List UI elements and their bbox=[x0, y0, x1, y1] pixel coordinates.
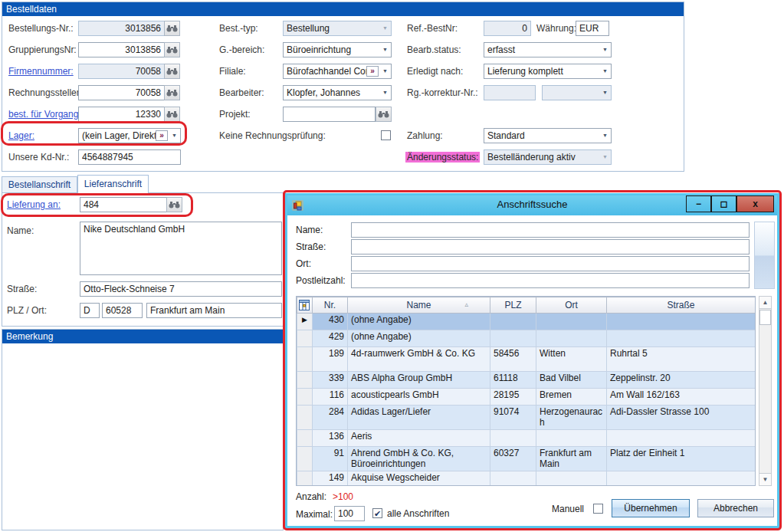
close-button[interactable]: x bbox=[736, 195, 774, 212]
chevron-down-icon[interactable]: ▼ bbox=[599, 86, 611, 100]
filter-ort-input[interactable] bbox=[351, 256, 750, 271]
table-row[interactable]: ▶ 430 (ohne Angabe) bbox=[297, 314, 756, 330]
tab-lieferanschrift[interactable]: Lieferanschrift bbox=[77, 175, 149, 193]
unsere-kd-nr-input[interactable] bbox=[78, 149, 181, 165]
filter-search-button[interactable] bbox=[754, 222, 775, 289]
dialog-titlebar[interactable]: Anschriftssuche − ◻ x bbox=[287, 195, 777, 215]
address-plz-input[interactable] bbox=[102, 303, 143, 318]
lieferung-an-search-button[interactable] bbox=[166, 197, 182, 212]
cell-plz: 58456 bbox=[490, 347, 536, 372]
scroll-down-icon[interactable]: ▼ bbox=[759, 473, 771, 485]
lieferung-an-link[interactable]: Lieferung an: bbox=[7, 197, 61, 212]
aenderungsstatus-combobox[interactable]: Bestelländerung aktiv ▼ bbox=[484, 149, 612, 165]
grid-scrollbar[interactable]: ▲ ▼ bbox=[759, 296, 772, 486]
chevron-down-icon[interactable]: ▼ bbox=[599, 43, 611, 57]
grid-customize-icon[interactable] bbox=[297, 297, 313, 314]
erledigt-nach-combobox[interactable]: Lieferung komplett ▼ bbox=[484, 64, 612, 79]
address-country-input[interactable] bbox=[80, 303, 100, 318]
cell-strasse bbox=[607, 430, 756, 447]
uebernehmen-button[interactable]: Übernehmen bbox=[612, 499, 690, 517]
bestellungs-nr-field: 3013856 bbox=[78, 21, 165, 36]
table-row[interactable]: 189 4d-raumwerk GmbH & Co. KG 58456 Witt… bbox=[297, 347, 756, 372]
chevron-down-icon[interactable]: ▼ bbox=[379, 86, 391, 100]
manuell-checkbox[interactable] bbox=[593, 504, 603, 514]
best-fuer-vorgang-search-button[interactable] bbox=[164, 107, 180, 122]
column-header-strasse[interactable]: Straße bbox=[607, 297, 756, 314]
best-typ-combobox[interactable]: Bestellung ▼ bbox=[283, 21, 392, 36]
chevron-down-icon[interactable]: ▼ bbox=[169, 129, 180, 143]
g-bereich-combobox[interactable]: Büroeinrichtung ▼ bbox=[283, 42, 392, 57]
table-row[interactable]: 284 Adidas Lager/Liefer 91074 Herzogenau… bbox=[297, 406, 756, 430]
bemerkung-body[interactable] bbox=[2, 343, 283, 530]
cell-plz: 91074 bbox=[490, 406, 536, 430]
cell-strasse: Zeppelinstr. 20 bbox=[607, 372, 756, 389]
bestellungs-nr-search-button[interactable] bbox=[164, 21, 180, 36]
nav-more-icon[interactable]: » bbox=[366, 66, 379, 77]
firmennummer-search-button[interactable] bbox=[164, 64, 180, 79]
table-row[interactable]: 136 Aeris bbox=[297, 430, 756, 447]
chevron-down-icon[interactable]: ▼ bbox=[379, 43, 391, 57]
address-name-textarea[interactable] bbox=[80, 222, 282, 275]
alle-anschriften-checkbox[interactable]: ✔ bbox=[372, 508, 382, 518]
tab-bestellanschrift[interactable]: Bestellanschrift bbox=[2, 176, 77, 193]
lager-link[interactable]: Lager: bbox=[8, 128, 34, 143]
scroll-up-icon[interactable]: ▲ bbox=[759, 297, 771, 309]
cell-ort: Herzogenaurach bbox=[536, 406, 607, 430]
filter-strasse-input[interactable] bbox=[351, 239, 750, 255]
address-grid: Nr. Name▵ PLZ Ort Straße ▶ 430 (ohne Ang… bbox=[296, 296, 756, 486]
cell-ort: Bremen bbox=[536, 389, 607, 406]
abbrechen-button[interactable]: Abbrechen bbox=[697, 499, 774, 517]
cell-plz bbox=[490, 430, 536, 447]
table-row[interactable]: 116 acousticpearls GmbH 28195 Bremen Am … bbox=[297, 389, 756, 406]
chevron-down-icon[interactable]: ▼ bbox=[599, 64, 611, 78]
table-row[interactable]: 339 ABS Alpha Group GmbH 61118 Bad Vilbe… bbox=[297, 372, 756, 389]
address-strasse-input[interactable] bbox=[80, 281, 282, 297]
column-header-ort[interactable]: Ort bbox=[536, 297, 607, 314]
minimize-button[interactable]: − bbox=[686, 195, 711, 212]
column-header-nr[interactable]: Nr. bbox=[313, 297, 348, 314]
maximal-input[interactable] bbox=[334, 506, 365, 521]
gruppierungs-nr-search-button[interactable] bbox=[164, 42, 180, 57]
lieferung-an-input[interactable] bbox=[80, 197, 167, 212]
zahlung-label: Zahlung: bbox=[407, 128, 443, 143]
zahlung-combobox[interactable]: Standard ▼ bbox=[484, 128, 612, 143]
table-row[interactable]: 429 (ohne Angabe) bbox=[297, 330, 756, 347]
cell-ort: Frankfurt am Main bbox=[536, 447, 607, 471]
projekt-search-button[interactable] bbox=[376, 107, 392, 122]
bearb-status-combobox[interactable]: erfasst ▼ bbox=[484, 42, 612, 57]
scrollbar-thumb[interactable] bbox=[759, 310, 771, 325]
cell-strasse: Platz der Einheit 1 bbox=[607, 447, 756, 471]
zahlung-value: Standard bbox=[484, 129, 599, 143]
nav-more-icon[interactable]: » bbox=[156, 130, 168, 141]
filter-name-input[interactable] bbox=[351, 222, 750, 238]
keine-rechnungspruefung-checkbox[interactable] bbox=[381, 130, 391, 140]
gruppierungs-nr-label: GruppierungsNr: bbox=[8, 42, 77, 57]
address-ort-input[interactable] bbox=[146, 303, 282, 318]
maximal-label: Maximal: bbox=[296, 507, 333, 522]
erledigt-nach-value: Lieferung komplett bbox=[484, 64, 599, 78]
maximize-button[interactable]: ◻ bbox=[711, 195, 736, 212]
lager-combobox[interactable]: (kein Lager, Direktli » ▼ bbox=[78, 128, 181, 143]
projekt-input[interactable] bbox=[283, 107, 376, 122]
best-fuer-vorgang-input[interactable] bbox=[78, 107, 165, 122]
rg-korrektur-nr-combobox[interactable]: ▼ bbox=[542, 85, 612, 100]
firmennummer-link[interactable]: Firmennummer: bbox=[8, 64, 74, 79]
chevron-down-icon[interactable]: ▼ bbox=[599, 129, 611, 143]
best-fuer-vorgang-link[interactable]: best. für Vorgang: bbox=[8, 107, 81, 122]
cell-strasse: Ruhrtal 5 bbox=[607, 347, 756, 372]
rechnungssteller-search-button[interactable] bbox=[164, 85, 180, 100]
unsere-kd-nr-label: Unsere Kd-Nr.: bbox=[8, 149, 69, 165]
table-row[interactable]: 91 Ahrend GmbH & Co. KG, Büroeinrichtung… bbox=[297, 447, 756, 471]
cell-name: 4d-raumwerk GmbH & Co. KG bbox=[348, 347, 490, 372]
table-row[interactable]: 149 Akquise Wegscheider bbox=[297, 471, 756, 487]
bestelldaten-group: Bestelldaten Bestellungs-Nr.: 3013856 Gr… bbox=[2, 2, 684, 172]
column-header-plz[interactable]: PLZ bbox=[490, 297, 536, 314]
filiale-combobox[interactable]: Bürofachhandel Conc » ▼ bbox=[283, 64, 392, 79]
rechnungssteller-input[interactable] bbox=[78, 85, 165, 100]
column-header-name[interactable]: Name▵ bbox=[348, 297, 490, 314]
chevron-down-icon[interactable]: ▼ bbox=[379, 64, 391, 78]
gruppierungs-nr-input[interactable] bbox=[78, 42, 165, 57]
filter-postleitzahl-input[interactable] bbox=[351, 273, 750, 288]
waehrung-field: EUR bbox=[576, 21, 609, 36]
bearbeiter-combobox[interactable]: Klopfer, Johannes ▼ bbox=[283, 85, 392, 100]
